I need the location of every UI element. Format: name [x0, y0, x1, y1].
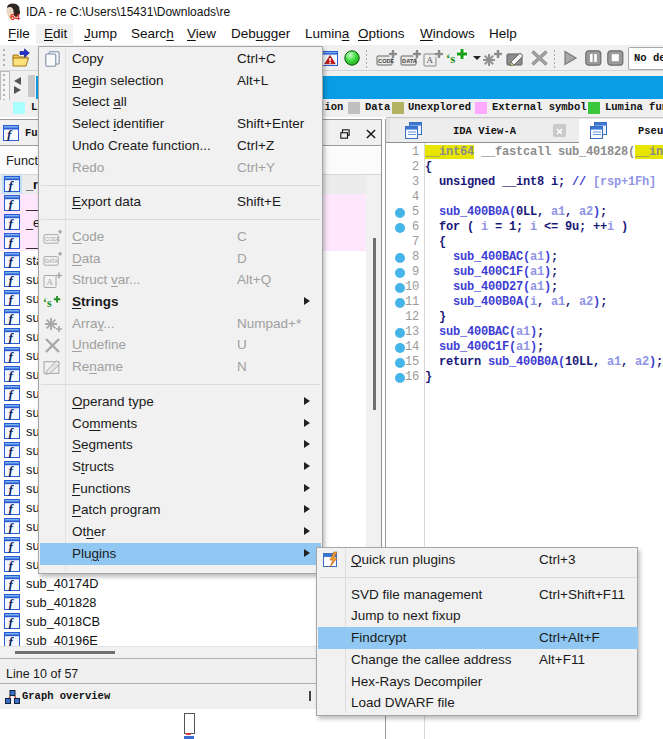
svg-text:A: A: [426, 55, 433, 65]
svg-text:DATA: DATA: [402, 58, 417, 64]
svg-text:A: A: [46, 277, 53, 287]
svg-text:64: 64: [10, 12, 20, 21]
svg-text:CODE: CODE: [45, 236, 60, 242]
svg-text:‘s: ‘s: [43, 296, 52, 310]
svg-text:‘s: ‘s: [446, 51, 455, 66]
svg-text:CODE: CODE: [378, 58, 394, 64]
svg-text:DATA: DATA: [45, 258, 58, 264]
